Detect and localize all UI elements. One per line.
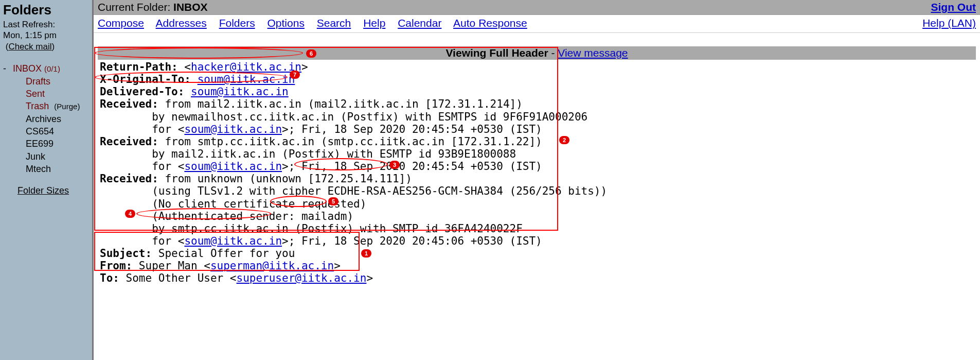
- hk-received-1: Received:: [100, 98, 158, 110]
- delivered-to-link[interactable]: soum@iitk.ac.in: [191, 85, 289, 98]
- menu-search[interactable]: Search: [317, 17, 351, 29]
- content-area: Viewing Full Header - View message Retur…: [94, 33, 980, 290]
- folder-sizes-link[interactable]: Folder Sizes: [17, 185, 69, 196]
- rcv3-for-link[interactable]: soum@iitk.ac.in: [184, 235, 282, 247]
- hk-received-2: Received:: [100, 135, 158, 148]
- check-mail-link[interactable]: Check mail: [8, 42, 51, 52]
- view-message-link[interactable]: View message: [558, 47, 628, 59]
- folder-cs654[interactable]: CS654: [26, 126, 54, 136]
- current-folder-value: INBOX: [173, 1, 208, 13]
- folder-inbox[interactable]: INBOX: [13, 63, 42, 74]
- return-path-link[interactable]: hacker@iitk.ac.in: [191, 61, 301, 73]
- menu-folders[interactable]: Folders: [219, 17, 255, 29]
- folder-list: Drafts Sent Trash (Purge) Archives CS654…: [3, 75, 89, 175]
- folder-inbox-row: - INBOX (0/1): [3, 63, 89, 74]
- rcv2-for-link[interactable]: soum@iitk.ac.in: [184, 160, 282, 173]
- folder-sidebar: Folders Last Refresh: Mon, 1:15 pm (Chec…: [0, 0, 94, 360]
- folder-sent[interactable]: Sent: [26, 89, 45, 99]
- tree-dash: -: [3, 63, 10, 74]
- sign-out-link[interactable]: Sign Out: [931, 1, 976, 13]
- view-header-sep: -: [548, 47, 558, 59]
- header-block: Return-Path: <hacker@iitk.ac.in> X-Origi…: [98, 60, 976, 286]
- top-bar: Current Folder: INBOX Sign Out: [94, 0, 980, 15]
- from-link[interactable]: superman@iitk.ac.in: [210, 260, 334, 272]
- folder-ee699[interactable]: EE699: [26, 139, 54, 149]
- hk-subject: Subject:: [100, 247, 152, 260]
- hk-return-path: Return-Path:: [100, 61, 178, 73]
- refresh-label: Last Refresh:: [3, 20, 55, 29]
- hk-x-original-to: X-Original-To:: [100, 73, 191, 85]
- hk-delivered-to: Delivered-To:: [100, 85, 184, 98]
- menu-help[interactable]: Help: [363, 17, 385, 29]
- hk-to: To:: [100, 272, 119, 284]
- rcv1-for-link[interactable]: soum@iitk.ac.in: [184, 123, 282, 135]
- help-lan-link[interactable]: Help (LAN): [922, 17, 976, 29]
- menu-calendar[interactable]: Calendar: [398, 17, 441, 29]
- menu-compose[interactable]: Compose: [98, 17, 144, 29]
- current-folder-label: Current Folder:: [98, 1, 173, 13]
- folder-mtech[interactable]: Mtech: [26, 164, 51, 174]
- folder-drafts[interactable]: Drafts: [26, 76, 50, 87]
- refresh-time: Mon, 1:15 pm: [3, 30, 57, 40]
- menu-bar: Compose Addresses Folders Options Search…: [94, 15, 980, 33]
- menu-auto-response[interactable]: Auto Response: [453, 17, 527, 29]
- view-header-title: Viewing Full Header: [446, 47, 548, 59]
- hk-from: From:: [100, 260, 132, 272]
- folder-trash[interactable]: Trash: [26, 101, 49, 111]
- subject-value: Special Offer for you: [152, 247, 295, 260]
- sidebar-title: Folders: [3, 2, 89, 18]
- view-header-bar: Viewing Full Header - View message: [98, 46, 976, 60]
- hk-received-3: Received:: [100, 173, 158, 185]
- last-refresh: Last Refresh: Mon, 1:15 pm (Check mail): [3, 19, 89, 52]
- folder-junk[interactable]: Junk: [26, 151, 45, 162]
- purge-link[interactable]: (Purge): [54, 102, 80, 111]
- x-original-to-link[interactable]: soum@iitk.ac.in: [198, 73, 295, 85]
- inbox-count: (0/1): [44, 64, 60, 73]
- main-pane: Current Folder: INBOX Sign Out Compose A…: [94, 0, 980, 360]
- menu-options[interactable]: Options: [268, 17, 305, 29]
- folder-archives[interactable]: Archives: [26, 114, 61, 124]
- to-link[interactable]: superuser@iitk.ac.in: [237, 272, 367, 284]
- menu-addresses[interactable]: Addresses: [156, 17, 207, 29]
